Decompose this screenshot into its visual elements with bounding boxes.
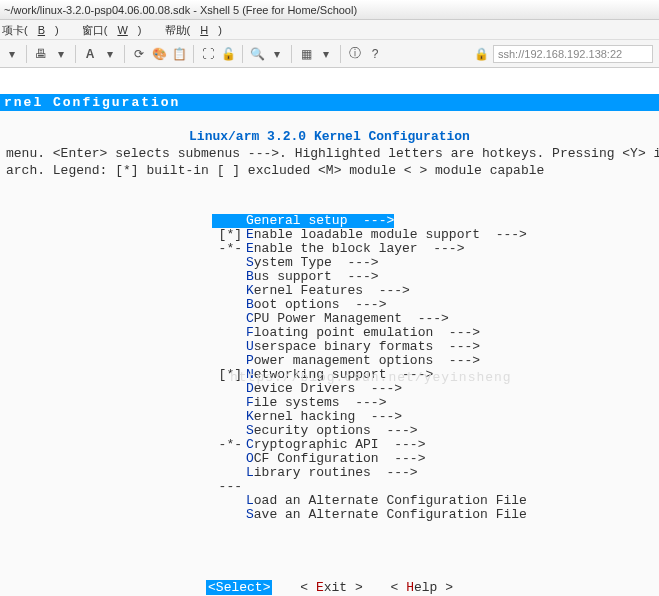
kconfig-menu-list: General setup --->[*]Enable loadable mod… [212,214,659,522]
kconfig-help-line2: arch. Legend: [*] built-in [ ] excluded … [0,163,659,178]
help-icon[interactable]: ? [367,46,383,62]
menu-item[interactable]: Bus support ---> [212,270,659,284]
refresh-icon[interactable]: ⟳ [131,46,147,62]
watermark: https://blog.csdn.net/yeyinsheng [230,370,512,385]
search-icon[interactable]: 🔍 [249,46,265,62]
info-icon[interactable]: ⓘ [347,46,363,62]
menu-tabs[interactable]: 项卡(B) [2,24,69,36]
maximize-icon[interactable]: ⛶ [200,46,216,62]
printer-icon[interactable]: 🖶 [33,46,49,62]
help-button[interactable]: < Help > [391,580,453,595]
menu-item[interactable]: --- [212,480,659,494]
menu-item[interactable]: Kernel Features ---> [212,284,659,298]
dropdown-icon[interactable]: ▾ [4,46,20,62]
menu-item[interactable]: General setup ---> [212,214,394,228]
menu-item[interactable]: Userspace binary formats ---> [212,340,659,354]
app-menubar: 项卡(B) 窗口(W) 帮助(H) [0,20,659,40]
menu-item[interactable]: [*]Enable loadable module support ---> [212,228,659,242]
menu-item[interactable]: Load an Alternate Configuration File [212,494,659,508]
menu-item[interactable]: Kernel hacking ---> [212,410,659,424]
terminal[interactable]: https://blog.csdn.net/yeyinsheng rnel Co… [0,94,659,596]
grid-icon[interactable]: ▦ [298,46,314,62]
menu-item[interactable]: -*-Enable the block layer ---> [212,242,659,256]
kconfig-help-line1: menu. <Enter> selects submenus --->. Hig… [0,146,659,161]
menu-item[interactable]: File systems ---> [212,396,659,410]
dropdown-icon[interactable]: ▾ [102,46,118,62]
font-icon[interactable]: A [82,46,98,62]
menu-item[interactable]: Boot options ---> [212,298,659,312]
menu-item[interactable]: Floating point emulation ---> [212,326,659,340]
window-titlebar: ~/work/linux-3.2.0-psp04.06.00.08.sdk - … [0,0,659,20]
lock-icon[interactable]: 🔓 [220,46,236,62]
menu-item[interactable]: System Type ---> [212,256,659,270]
menu-item[interactable]: Power management options ---> [212,354,659,368]
select-button[interactable]: <Select> [206,580,272,595]
kconfig-title: Linux/arm 3.2.0 Kernel Configuration [0,129,659,144]
menu-item[interactable]: OCF Configuration ---> [212,452,659,466]
menu-item[interactable]: -*-Cryptographic API ---> [212,438,659,452]
menu-item[interactable]: Security options ---> [212,424,659,438]
menu-window[interactable]: 窗口(W) [82,24,152,36]
palette-icon[interactable]: 🎨 [151,46,167,62]
lock-icon: 🔒 [473,46,489,62]
menu-item[interactable]: Save an Alternate Configuration File [212,508,659,522]
address-input[interactable] [493,45,653,63]
menu-help[interactable]: 帮助(H) [165,24,232,36]
dropdown-icon[interactable]: ▾ [269,46,285,62]
toolbar: ▾ 🖶 ▾ A ▾ ⟳ 🎨 📋 ⛶ 🔓 🔍 ▾ ▦ ▾ ⓘ ? 🔒 [0,40,659,68]
menu-item[interactable]: CPU Power Management ---> [212,312,659,326]
dropdown-icon[interactable]: ▾ [53,46,69,62]
kconfig-button-bar: <Select> < Exit > < Help > [0,580,659,595]
paste-icon[interactable]: 📋 [171,46,187,62]
kconfig-header: rnel Configuration [0,94,659,111]
menu-item[interactable]: Library routines ---> [212,466,659,480]
exit-button[interactable]: < Exit > [300,580,362,595]
dropdown-icon[interactable]: ▾ [318,46,334,62]
